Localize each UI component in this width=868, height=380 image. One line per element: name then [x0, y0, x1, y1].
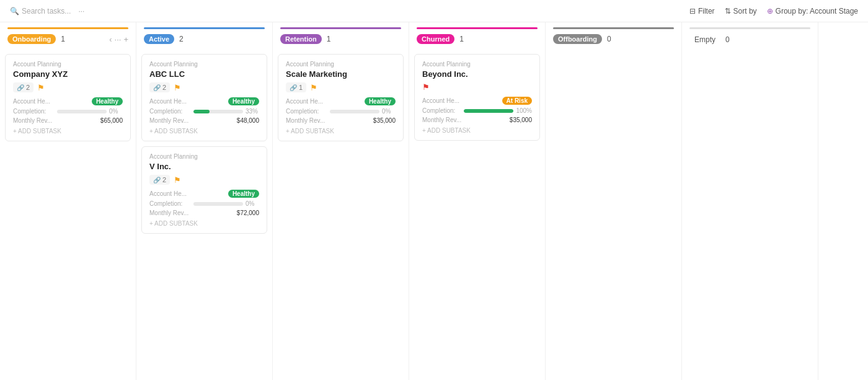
completion-bar-wrap: 100% [464, 107, 532, 114]
health-row: Account He...Healthy [13, 97, 123, 105]
column-badge-retention: Retention [280, 34, 322, 44]
monthly-revenue-label: Monthly Rev... [286, 117, 325, 124]
health-status-badge: Healthy [228, 97, 259, 105]
column-bar-retention [280, 27, 401, 29]
top-bar-left: 🔍 Search tasks... ··· [10, 7, 84, 15]
column-empty: Empty0 [682, 22, 818, 380]
completion-row: Completion:0% [286, 108, 396, 115]
completion-row: Completion:33% [149, 108, 259, 115]
completion-label: Completion: [149, 108, 182, 115]
sort-action[interactable]: ⇅ Sort by [725, 7, 757, 15]
column-cards-active: Account PlanningABC LLC🔗2⚑Account He...H… [136, 49, 272, 380]
add-subtask-button[interactable]: + ADD SUBTASK [149, 220, 259, 227]
completion-label: Completion: [13, 108, 46, 115]
health-status-badge: Healthy [92, 97, 123, 105]
more-icon[interactable]: ··· [78, 7, 84, 15]
subtask-count: 2 [162, 84, 166, 91]
subtask-icon: 🔗 [17, 84, 24, 91]
card-icons-row: 🔗2⚑ [13, 82, 123, 92]
completion-label: Completion: [422, 107, 455, 114]
task-card[interactable]: Account PlanningABC LLC🔗2⚑Account He...H… [141, 54, 267, 141]
completion-label: Completion: [149, 200, 182, 207]
board: Onboarding1‹···+Account PlanningCompany … [0, 22, 868, 380]
column-bar-offboarding [553, 27, 674, 29]
more-options-icon[interactable]: ··· [115, 35, 122, 44]
group-action[interactable]: ⊕ Group by: Account Stage [767, 7, 858, 15]
health-row: Account He...Healthy [286, 97, 396, 105]
monthly-revenue-row: Monthly Rev...$72,000 [149, 210, 259, 216]
filter-action[interactable]: ⊟ Filter [689, 7, 715, 15]
completion-percent: 0% [382, 108, 396, 115]
task-card[interactable]: Account PlanningScale Marketing🔗1⚑Accoun… [278, 54, 404, 141]
health-label: Account He... [422, 97, 459, 104]
subtask-count-group: 🔗2 [13, 82, 33, 92]
search-box[interactable]: 🔍 Search tasks... [10, 7, 71, 15]
completion-bar [193, 110, 243, 113]
health-status-badge: Healthy [365, 97, 396, 105]
filter-label: Filter [698, 7, 715, 15]
add-subtask-button[interactable]: + ADD SUBTASK [286, 128, 396, 135]
column-actions-onboarding[interactable]: ‹···+ [109, 35, 128, 44]
monthly-revenue-value: $35,000 [373, 117, 396, 124]
column-title-row-offboarding: Offboarding0 [553, 34, 674, 49]
card-icons-row: 🔗1⚑ [286, 82, 396, 92]
add-column-icon[interactable]: + [123, 35, 128, 44]
card-icons-row: ⚑ [422, 82, 532, 92]
monthly-revenue-row: Monthly Rev...$48,000 [149, 117, 259, 124]
chevron-left-icon[interactable]: ‹ [109, 35, 112, 44]
column-badge-empty: Empty [689, 34, 720, 45]
completion-percent: 0% [246, 200, 259, 207]
add-subtask-button[interactable]: + ADD SUBTASK [13, 128, 123, 135]
flag-yellow-icon: ⚑ [310, 83, 317, 92]
column-retention: Retention1Account PlanningScale Marketin… [273, 22, 409, 380]
completion-percent: 100% [516, 107, 532, 114]
task-card[interactable]: Account PlanningV Inc.🔗2⚑Account He...He… [141, 146, 267, 234]
monthly-revenue-row: Monthly Rev...$35,000 [422, 117, 532, 123]
column-cards-offboarding [546, 49, 681, 380]
column-bar-onboarding [7, 27, 128, 29]
completion-percent: 33% [246, 108, 259, 115]
column-count-active: 2 [179, 35, 184, 43]
monthly-revenue-label: Monthly Rev... [149, 210, 188, 216]
monthly-revenue-value: $72,000 [237, 210, 259, 216]
completion-bar-wrap: 0% [330, 108, 396, 115]
health-row: Account He...At Risk [422, 97, 532, 105]
health-label: Account He... [149, 190, 187, 197]
monthly-revenue-label: Monthly Rev... [149, 117, 188, 124]
group-icon: ⊕ [767, 7, 773, 15]
column-header-onboarding: Onboarding1‹···+ [0, 22, 136, 49]
completion-percent: 0% [109, 108, 123, 115]
add-subtask-button[interactable]: + ADD SUBTASK [149, 128, 259, 135]
column-churned: Churned1Account PlanningBeyond Inc.⚑Acco… [409, 22, 546, 380]
card-category: Account Planning [149, 61, 259, 68]
subtask-icon: 🔗 [153, 84, 161, 91]
column-title-row-active: Active2 [144, 34, 265, 49]
top-bar: 🔍 Search tasks... ··· ⊟ Filter ⇅ Sort by… [0, 0, 868, 22]
card-title: ABC LLC [149, 69, 259, 79]
column-badge-active: Active [144, 34, 174, 44]
column-offboarding: Offboarding0 [546, 22, 682, 380]
add-subtask-button[interactable]: + ADD SUBTASK [422, 127, 532, 134]
completion-row: Completion:0% [13, 108, 123, 115]
task-card[interactable]: Account PlanningBeyond Inc.⚑Account He..… [414, 54, 540, 141]
monthly-revenue-row: Monthly Rev...$35,000 [286, 117, 396, 124]
completion-bar [330, 110, 379, 113]
search-placeholder: Search tasks... [22, 7, 71, 15]
column-header-churned: Churned1 [409, 22, 545, 49]
flag-yellow-icon: ⚑ [174, 83, 181, 92]
filter-icon: ⊟ [689, 7, 696, 15]
card-icons-row: 🔗2⚑ [149, 175, 259, 185]
column-cards-empty [682, 50, 818, 380]
subtask-icon: 🔗 [290, 84, 297, 91]
task-card[interactable]: Account PlanningCompany XYZ🔗2⚑Account He… [5, 54, 131, 141]
subtask-count-group: 🔗2 [149, 82, 170, 92]
completion-fill [193, 110, 210, 113]
column-title-row-churned: Churned1 [417, 34, 538, 49]
health-label: Account He... [286, 98, 323, 105]
column-title-row-onboarding: Onboarding1‹···+ [7, 34, 128, 49]
sort-label: Sort by [733, 7, 757, 15]
completion-bar-wrap: 0% [193, 200, 259, 207]
column-title-row-empty: Empty0 [689, 34, 810, 50]
column-badge-onboarding: Onboarding [7, 34, 56, 44]
top-bar-right: ⊟ Filter ⇅ Sort by ⊕ Group by: Account S… [689, 7, 858, 15]
